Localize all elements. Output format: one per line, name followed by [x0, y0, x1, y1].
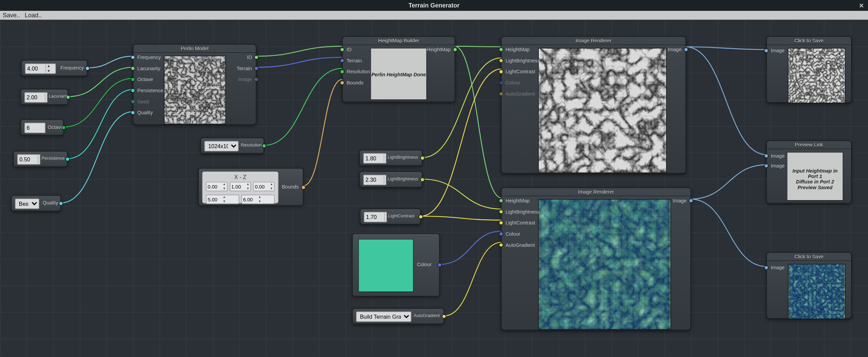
- perlin-title: Perlin Model: [134, 44, 256, 53]
- port-label: Image: [673, 198, 687, 203]
- bounds-x3[interactable]: [254, 183, 269, 190]
- quality-select[interactable]: Best: [15, 198, 39, 209]
- lightbrightness2-panel[interactable]: ▲▼ LightBrightness: [359, 171, 422, 187]
- lb2-input[interactable]: [364, 177, 384, 183]
- image-renderer2-node[interactable]: Image Renderer HeightMapLightBrightnessL…: [501, 187, 691, 330]
- bounds-label: Bounds: [282, 184, 299, 190]
- frequency-label: Frequency: [60, 65, 84, 71]
- port-label: Image: [238, 77, 252, 82]
- lightbrightness1-panel[interactable]: ▲▼ LightBrightness: [359, 150, 422, 166]
- autogradient-select[interactable]: Build Terrain Gradient: [356, 312, 411, 322]
- port-label: LightContrast: [506, 69, 535, 74]
- port-label: Resolution: [347, 69, 370, 74]
- port-label: Terrain: [237, 66, 252, 71]
- hmb-msg: Perlin HeightMap Done: [371, 72, 426, 77]
- frequency-input[interactable]: [25, 66, 45, 72]
- cs2-title: Click to Save: [767, 253, 851, 261]
- port-label: Image: [668, 47, 682, 52]
- resolution-panel[interactable]: 1024x1024 Resolution: [200, 138, 264, 154]
- port-label: Terrain: [347, 58, 362, 63]
- lacunarity-panel[interactable]: ▲▼ Lacunarity: [20, 89, 68, 105]
- bounds-x1[interactable]: [206, 183, 222, 190]
- port-label: Lacunarity: [137, 66, 160, 71]
- port-label: Frequency: [137, 55, 161, 60]
- resolution-label: Resolution: [241, 143, 262, 148]
- cs1-preview: [788, 48, 846, 103]
- heightmap-builder-node[interactable]: HeightMap Builder Perlin HeightMap Done …: [342, 36, 455, 102]
- app-title: Terrain Generator: [409, 2, 460, 9]
- perlin-model-node[interactable]: Perlin Model FrequencyLacunarityOctavePe…: [133, 44, 256, 125]
- port-label: ID: [347, 47, 352, 52]
- svg-rect-1: [164, 60, 225, 121]
- lc-input[interactable]: [364, 214, 384, 220]
- lightcontrast-panel[interactable]: ▲▼ LightContrast: [360, 209, 421, 224]
- pl-title: Preview Link: [767, 141, 851, 149]
- port-label: AutoGradient: [506, 242, 535, 247]
- svg-rect-6: [540, 200, 669, 329]
- ir1-title: Image Renderer: [501, 37, 685, 45]
- persistence-panel[interactable]: ▲▼ Persistence: [13, 151, 67, 167]
- down-icon[interactable]: ▼: [46, 69, 52, 74]
- close-icon[interactable]: ✕: [859, 2, 864, 9]
- port-label: Octave: [137, 77, 153, 82]
- click-save2-node[interactable]: Click to Save Image: [766, 252, 851, 319]
- ir2-preview: [538, 199, 671, 330]
- bounds-z2[interactable]: [242, 196, 258, 203]
- port-label: Colour: [506, 231, 520, 237]
- resolution-select[interactable]: 1024x1024: [204, 141, 239, 152]
- image-renderer1-node[interactable]: Image Renderer HeightMapLightBrightnessL…: [501, 36, 686, 174]
- octave-label: Octave: [47, 124, 63, 130]
- title-bar: Terrain Generator ✕: [0, 0, 868, 11]
- menu-load[interactable]: Load..: [25, 12, 42, 19]
- port-label: HeightMap: [506, 198, 530, 203]
- svg-rect-8: [790, 48, 844, 103]
- svg-rect-3: [540, 48, 665, 173]
- port-label: LightBrightness: [506, 58, 540, 63]
- bounds-x2[interactable]: [230, 183, 246, 190]
- bounds-panel[interactable]: X - Z ▲▼ ▲▼ ▲▼ ▲▼ ▲▼ Bounds: [198, 168, 303, 206]
- persistence-input[interactable]: [18, 156, 38, 162]
- port-label: Bounds: [347, 80, 363, 85]
- port-label: LightContrast: [506, 220, 535, 225]
- port-label: ID: [247, 55, 252, 60]
- port-label: HeightMap: [427, 47, 451, 52]
- hmb-title: HeightMap Builder: [343, 37, 455, 45]
- frequency-panel[interactable]: ▲▼ Frequency: [21, 60, 87, 76]
- lb1-input[interactable]: [364, 155, 384, 161]
- autogradient-panel[interactable]: Build Terrain Gradient AutoGradient: [352, 308, 444, 324]
- cs1-title: Click to Save: [767, 37, 851, 45]
- lacunarity-input[interactable]: [25, 94, 45, 100]
- ir1-preview: [538, 48, 667, 173]
- preview-link-node[interactable]: Preview Link Input Heightmap in Port 1 D…: [766, 140, 851, 203]
- port-label: AutoGradient: [506, 91, 535, 97]
- quality-panel[interactable]: Best Quality: [11, 195, 61, 211]
- ir2-title: Image Renderer: [501, 188, 690, 196]
- port-label: LightBrightness: [506, 209, 540, 214]
- port-label: Persistence: [137, 88, 163, 93]
- octave-panel[interactable]: ▲▼ Octave: [20, 119, 63, 135]
- menu-bar: Save.. Load..: [0, 11, 868, 20]
- perlin-preview: [164, 56, 226, 124]
- bounds-z1[interactable]: [206, 196, 222, 203]
- port-label: Colour: [506, 80, 520, 85]
- port-label: Seed: [137, 99, 149, 104]
- click-save1-node[interactable]: Click to Save Image: [766, 36, 851, 103]
- port-label: Quality: [137, 110, 153, 115]
- octave-input[interactable]: [25, 125, 45, 131]
- menu-save[interactable]: Save..: [3, 12, 20, 19]
- quality-label: Quality: [43, 200, 58, 205]
- svg-rect-10: [790, 264, 844, 319]
- persistence-label: Persistence: [41, 156, 64, 161]
- port-label: HeightMap: [506, 47, 530, 52]
- bounds-header: X - Z: [203, 174, 278, 180]
- cs2-preview: [788, 264, 846, 319]
- colour-panel[interactable]: Colour: [352, 233, 440, 296]
- up-icon[interactable]: ▲: [46, 64, 52, 69]
